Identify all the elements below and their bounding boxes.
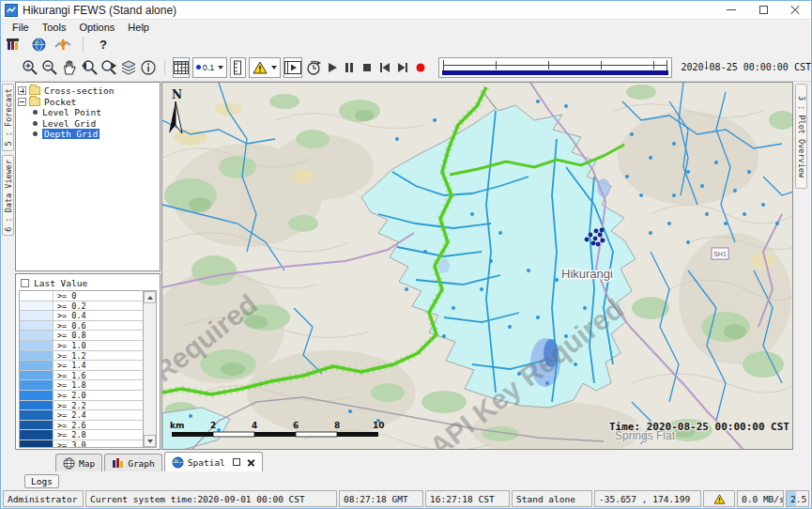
legend-row[interactable]: >= 0.8: [20, 331, 143, 341]
tree-item-level-grid[interactable]: Level Grid: [31, 118, 158, 130]
folder-icon: [29, 98, 40, 106]
menu-help[interactable]: Help: [121, 21, 156, 34]
grid-icon[interactable]: [173, 57, 190, 78]
legend-value: >= 2.8: [54, 430, 86, 440]
legend-row[interactable]: >= 2.8: [20, 430, 143, 440]
legend-row[interactable]: >= 0.2: [20, 301, 143, 312]
menu-file[interactable]: File: [6, 21, 36, 34]
scroll-up-icon[interactable]: [144, 291, 156, 303]
menu-bar: File Tools Options Help: [1, 20, 811, 35]
stop-icon[interactable]: [360, 57, 375, 78]
node-bullet-icon: [33, 121, 38, 126]
legend-row[interactable]: >= 2.6: [20, 421, 143, 431]
legend-row[interactable]: >= 2.4: [20, 410, 143, 421]
legend-row[interactable]: >= 1.2: [20, 351, 143, 362]
map-toolbar: 0.1: [1, 54, 811, 82]
tab-plot-overview[interactable]: 3 : Plot Overview: [795, 84, 807, 189]
svg-text:km: km: [170, 421, 184, 430]
tab-spatial[interactable]: Spatial: [164, 452, 263, 471]
legend-row[interactable]: >= 2.0: [20, 391, 143, 401]
pause-icon[interactable]: [343, 57, 358, 78]
class-break-value: 0.1: [203, 63, 215, 72]
tab-data-viewer[interactable]: 6 : Data Viewer: [2, 155, 14, 236]
tree-item-depth-grid[interactable]: Depth Grid: [31, 129, 158, 140]
legend-value: >= 2.0: [54, 391, 86, 400]
legend-row[interactable]: >= 3.0: [20, 440, 143, 448]
window-title: Hikurangi FEWS (Stand alone): [23, 4, 176, 17]
zoom-out-icon[interactable]: [41, 57, 58, 78]
movie-icon[interactable]: [283, 57, 302, 78]
class-break-dropdown[interactable]: 0.1: [192, 57, 228, 78]
pan-hand-icon[interactable]: [61, 57, 78, 78]
legend-color-swatch: [20, 341, 54, 350]
tab-maximize-icon[interactable]: [233, 458, 240, 466]
scroll-down-icon[interactable]: [144, 435, 156, 447]
globe-icon: [172, 456, 184, 469]
right-tab-strip: 3 : Plot Overview: [793, 82, 811, 450]
zoom-previous-icon[interactable]: [81, 57, 98, 78]
legend-scrollbar[interactable]: [143, 291, 156, 447]
status-local-time: 16:27:18 CST: [425, 490, 510, 507]
record-icon[interactable]: [413, 57, 428, 78]
ruler-icon[interactable]: [230, 57, 245, 78]
help-icon[interactable]: ?: [94, 36, 113, 53]
road-shield: SH1: [712, 248, 728, 259]
svg-text:10: 10: [373, 421, 385, 430]
close-button[interactable]: [779, 1, 811, 19]
status-download-speed: 0.0 MB/s: [737, 490, 784, 507]
step-back-icon[interactable]: [377, 57, 392, 78]
svg-text:N: N: [172, 88, 182, 101]
zoom-next-icon[interactable]: [100, 57, 117, 78]
menu-tools[interactable]: Tools: [36, 21, 73, 34]
legend-row[interactable]: >= 2.2: [20, 401, 143, 411]
legend-row[interactable]: >= 0: [20, 291, 143, 301]
minimize-button[interactable]: [715, 1, 747, 19]
legend-color-swatch: [20, 410, 54, 420]
tree-item-level-point[interactable]: Level Point: [31, 107, 158, 118]
legend-row[interactable]: >= 1.4: [20, 361, 143, 371]
class-break-dot-icon: [196, 65, 201, 69]
legend-row[interactable]: >= 1.6: [20, 371, 143, 381]
legend-color-swatch: [20, 421, 54, 430]
map-time-label: Time: 2020-08-25 00:00:00 CST: [609, 421, 789, 433]
bottom-tab-bar: Map Graph Spatial: [1, 451, 811, 471]
tab-map[interactable]: Map: [55, 454, 102, 471]
map-canvas: "": [162, 83, 793, 450]
info-icon[interactable]: [140, 57, 157, 78]
warning-dropdown[interactable]: [249, 57, 281, 78]
legend-row[interactable]: >= 1.0: [20, 341, 143, 351]
last-value-label: Last Value: [34, 278, 87, 288]
layers-icon[interactable]: [120, 57, 137, 78]
maximize-button[interactable]: [747, 1, 779, 19]
map-viewport[interactable]: "": [161, 82, 793, 450]
animate-icon[interactable]: [305, 57, 322, 78]
step-forward-icon[interactable]: [395, 57, 410, 78]
globe-icon[interactable]: [29, 36, 48, 53]
legend-row[interactable]: >= 0.4: [20, 311, 143, 321]
play-icon[interactable]: [325, 57, 340, 78]
timeline-slider[interactable]: [438, 57, 673, 78]
tree-item-pocket[interactable]: Pocket: [18, 97, 158, 108]
tree-item-cross-section[interactable]: Cross-section: [18, 85, 158, 97]
profile-scale-icon[interactable]: [54, 36, 72, 53]
tab-close-icon[interactable]: [247, 458, 255, 467]
menu-options[interactable]: Options: [72, 21, 121, 34]
database-archive-icon[interactable]: [5, 36, 23, 53]
legend-row[interactable]: >= 1.8: [20, 380, 143, 391]
legend-value: >= 0.6: [54, 321, 86, 331]
tab-forecast[interactable]: 5 : Forecast: [2, 84, 14, 151]
last-value-row[interactable]: Last Value: [19, 276, 157, 290]
legend-value: >= 1.4: [54, 361, 86, 370]
expand-icon[interactable]: [18, 86, 26, 95]
legend-value: >= 3.0: [54, 440, 86, 448]
svg-text:8: 8: [334, 421, 340, 430]
left-tab-strip: 5 : Forecast 6 : Data Viewer: [1, 82, 15, 450]
legend-row[interactable]: >= 0.6: [20, 321, 143, 332]
last-value-checkbox[interactable]: [21, 279, 29, 287]
legend-color-swatch: [20, 371, 54, 380]
collapse-icon[interactable]: [18, 98, 26, 106]
logs-button[interactable]: Logs: [24, 474, 59, 488]
tab-graph[interactable]: Graph: [104, 454, 162, 471]
status-warning-icon[interactable]: [703, 490, 735, 507]
zoom-in-icon[interactable]: [22, 57, 38, 78]
